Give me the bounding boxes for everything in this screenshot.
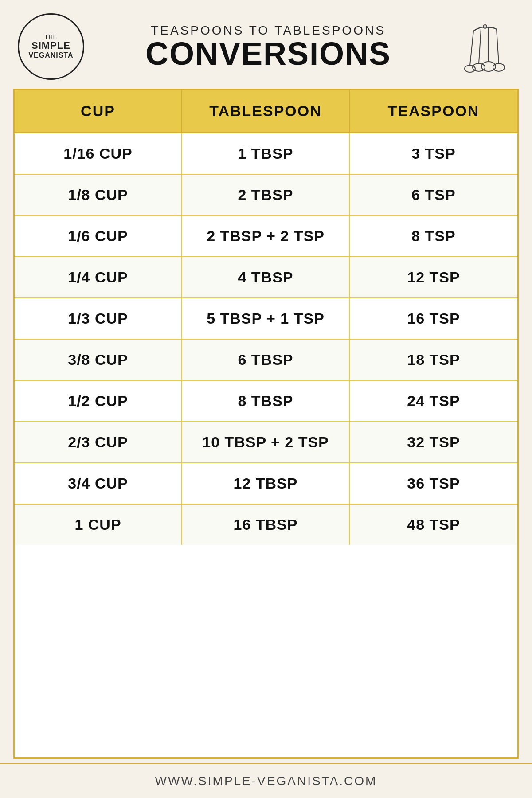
table-cell: 32 TSP <box>350 422 517 462</box>
table-cell: 8 TBSP <box>182 381 350 421</box>
svg-point-6 <box>493 63 505 71</box>
table-cell: 8 TSP <box>350 216 517 256</box>
table-cell: 12 TBSP <box>182 463 350 504</box>
logo-the: THE <box>45 34 58 40</box>
header: THE SIMPLE VEGANISTA TEASPOONS TO TABLES… <box>0 0 532 89</box>
table-cell: 1/3 CUP <box>15 298 182 339</box>
table-row: 1/3 CUP5 TBSP + 1 TSP16 TSP <box>15 298 517 340</box>
table-cell: 1 TBSP <box>182 133 350 174</box>
title-section: TEASPOONS TO TABLESPOONS CONVERSIONS <box>84 23 452 70</box>
logo: THE SIMPLE VEGANISTA <box>18 13 84 80</box>
table-row: 3/4 CUP12 TBSP36 TSP <box>15 463 517 505</box>
table-cell: 2 TBSP <box>182 175 350 215</box>
table-row: 1/6 CUP2 TBSP + 2 TSP8 TSP <box>15 216 517 257</box>
table-cell: 1/4 CUP <box>15 257 182 297</box>
table-cell: 12 TSP <box>350 257 517 297</box>
table-row: 2/3 CUP10 TBSP + 2 TSP32 TSP <box>15 422 517 463</box>
table-row: 1/16 CUP1 TBSP3 TSP <box>15 133 517 175</box>
table-cell: 16 TSP <box>350 298 517 339</box>
table-cell: 5 TBSP + 1 TSP <box>182 298 350 339</box>
table-cell: 2/3 CUP <box>15 422 182 462</box>
website-url: WWW.SIMPLE-VEGANISTA.COM <box>155 774 377 788</box>
svg-line-1 <box>470 31 473 65</box>
table-cell: 10 TBSP + 2 TSP <box>182 422 350 462</box>
table-cell: 1/8 CUP <box>15 175 182 215</box>
logo-simple: SIMPLE <box>31 40 70 51</box>
table-cell: 36 TSP <box>350 463 517 504</box>
table-cell: 6 TSP <box>350 175 517 215</box>
table-cell: 4 TBSP <box>182 257 350 297</box>
col-header-teaspoon: TEASPOON <box>350 90 517 132</box>
table-cell: 16 TBSP <box>182 505 350 545</box>
table-cell: 3/8 CUP <box>15 340 182 380</box>
table-row: 1/2 CUP8 TBSP24 TSP <box>15 381 517 422</box>
table-cell: 1/6 CUP <box>15 216 182 256</box>
spoons-illustration <box>452 18 514 75</box>
table-cell: 1 CUP <box>15 505 182 545</box>
col-header-cup: CUP <box>15 90 182 132</box>
col-header-tablespoon: TABLESPOON <box>182 90 350 132</box>
table-body: 1/16 CUP1 TBSP3 TSP1/8 CUP2 TBSP6 TSP1/6… <box>15 133 517 545</box>
logo-veganista: VEGANISTA <box>28 51 73 59</box>
table-row: 1 CUP16 TBSP48 TSP <box>15 505 517 545</box>
table-header: CUP TABLESPOON TEASPOON <box>15 90 517 133</box>
table-cell: 24 TSP <box>350 381 517 421</box>
table-cell: 2 TBSP + 2 TSP <box>182 216 350 256</box>
table-cell: 1/16 CUP <box>15 133 182 174</box>
svg-line-7 <box>497 29 499 63</box>
footer: WWW.SIMPLE-VEGANISTA.COM <box>0 763 532 798</box>
svg-point-0 <box>465 65 475 72</box>
table-cell: 18 TSP <box>350 340 517 380</box>
table-row: 3/8 CUP6 TBSP18 TSP <box>15 340 517 381</box>
table-row: 1/4 CUP4 TBSP12 TSP <box>15 257 517 298</box>
table-cell: 1/2 CUP <box>15 381 182 421</box>
conversion-table: CUP TABLESPOON TEASPOON 1/16 CUP1 TBSP3 … <box>13 89 519 759</box>
table-cell: 48 TSP <box>350 505 517 545</box>
title-main: CONVERSIONS <box>145 38 391 70</box>
table-cell: 6 TBSP <box>182 340 350 380</box>
svg-line-3 <box>479 29 481 63</box>
table-cell: 3 TSP <box>350 133 517 174</box>
table-row: 1/8 CUP2 TBSP6 TSP <box>15 175 517 216</box>
table-cell: 3/4 CUP <box>15 463 182 504</box>
